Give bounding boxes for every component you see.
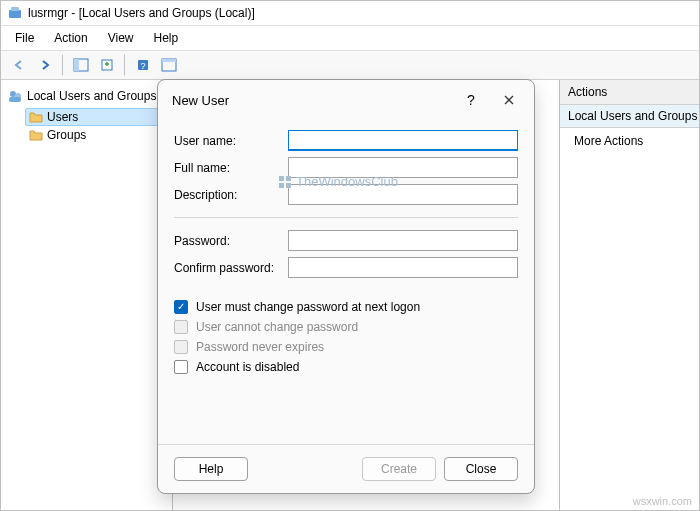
- dialog-title: New User: [172, 93, 448, 108]
- svg-rect-0: [9, 10, 21, 18]
- folder-icon: [29, 129, 43, 141]
- create-button[interactable]: Create: [362, 457, 436, 481]
- checkbox-mustchange[interactable]: [174, 300, 188, 314]
- dialog-buttons: Help Create Close: [158, 444, 534, 493]
- fullname-input[interactable]: [288, 157, 518, 178]
- fullname-label: Full name:: [174, 161, 282, 175]
- checkbox-row-neverexpires: Password never expires: [174, 340, 518, 354]
- dialog-close-button[interactable]: [494, 88, 524, 112]
- toolbar: ?: [1, 51, 699, 80]
- checkbox-row-mustchange[interactable]: User must change password at next logon: [174, 300, 518, 314]
- folder-icon: [29, 111, 43, 123]
- menu-file[interactable]: File: [7, 28, 42, 48]
- menu-help[interactable]: Help: [146, 28, 187, 48]
- close-button[interactable]: Close: [444, 457, 518, 481]
- description-label: Description:: [174, 188, 282, 202]
- checkbox-label: User must change password at next logon: [196, 300, 420, 314]
- svg-rect-8: [162, 59, 176, 62]
- help-button[interactable]: Help: [174, 457, 248, 481]
- actions-panel: Actions Local Users and Groups More Acti…: [559, 80, 699, 510]
- dialog-body: User name: Full name: Description: Passw…: [158, 120, 534, 444]
- toolbar-divider: [62, 54, 64, 76]
- checkbox-label: Password never expires: [196, 340, 324, 354]
- app-icon: [7, 5, 23, 21]
- tree-root[interactable]: Local Users and Groups: [5, 86, 168, 106]
- confirm-label: Confirm password:: [174, 261, 282, 275]
- separator: [174, 217, 518, 218]
- checkbox-disabled[interactable]: [174, 360, 188, 374]
- checkbox-label: Account is disabled: [196, 360, 299, 374]
- forward-button[interactable]: [33, 54, 57, 76]
- help-button[interactable]: ?: [131, 54, 155, 76]
- menu-view[interactable]: View: [100, 28, 142, 48]
- site-watermark: wsxwin.com: [633, 495, 692, 507]
- toolbar-divider: [124, 54, 126, 76]
- svg-text:?: ?: [140, 61, 145, 71]
- password-input[interactable]: [288, 230, 518, 251]
- actions-more[interactable]: More Actions: [560, 128, 699, 154]
- menu-action[interactable]: Action: [46, 28, 95, 48]
- dialog-titlebar: New User ?: [158, 80, 534, 120]
- back-button[interactable]: [7, 54, 31, 76]
- tree-root-label: Local Users and Groups: [27, 89, 156, 103]
- tree-panel: Local Users and Groups Users Groups: [1, 80, 173, 510]
- export-button[interactable]: [95, 54, 119, 76]
- actions-header: Actions: [560, 80, 699, 105]
- tree-item-groups[interactable]: Groups: [25, 126, 168, 144]
- checkbox-cannotchange: [174, 320, 188, 334]
- new-user-dialog: New User ? User name: Full name: Descrip…: [157, 79, 535, 494]
- menubar: File Action View Help: [1, 26, 699, 51]
- titlebar: lusrmgr - [Local Users and Groups (Local…: [1, 1, 699, 26]
- svg-rect-1: [11, 7, 19, 11]
- password-label: Password:: [174, 234, 282, 248]
- username-label: User name:: [174, 134, 282, 148]
- tree-item-label: Users: [47, 110, 78, 124]
- tree-item-label: Groups: [47, 128, 86, 142]
- tree-item-users[interactable]: Users: [25, 108, 168, 126]
- description-input[interactable]: [288, 184, 518, 205]
- checkbox-row-disabled[interactable]: Account is disabled: [174, 360, 518, 374]
- dialog-help-button[interactable]: ?: [456, 88, 486, 112]
- username-input[interactable]: [288, 130, 518, 151]
- actions-subheader: Local Users and Groups: [560, 105, 699, 128]
- checkbox-label: User cannot change password: [196, 320, 358, 334]
- svg-rect-11: [9, 97, 21, 102]
- checkbox-neverexpires: [174, 340, 188, 354]
- properties-button[interactable]: [157, 54, 181, 76]
- window-title: lusrmgr - [Local Users and Groups (Local…: [28, 6, 255, 20]
- users-group-icon: [7, 88, 23, 104]
- svg-rect-3: [74, 59, 79, 71]
- show-hide-tree-button[interactable]: [69, 54, 93, 76]
- checkbox-row-cannotchange: User cannot change password: [174, 320, 518, 334]
- confirm-password-input[interactable]: [288, 257, 518, 278]
